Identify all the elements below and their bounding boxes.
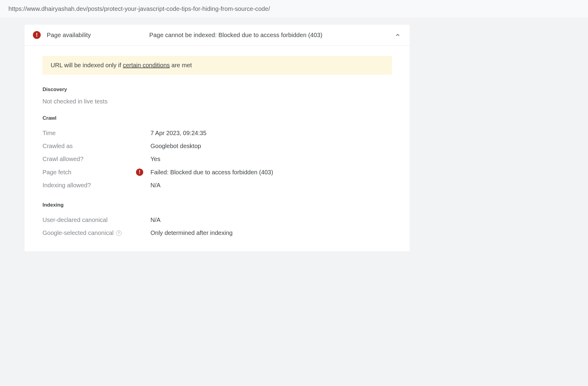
row-label: Page fetch [43,169,136,176]
row-value: Failed: Blocked due to access forbidden … [150,169,392,176]
chevron-up-icon[interactable] [394,31,401,39]
certain-conditions-link[interactable]: certain conditions [123,62,170,68]
page-availability-card: ! Page availability Page cannot be index… [24,24,410,252]
table-row: Google-selected canonical?Only determine… [43,226,392,239]
section-header[interactable]: ! Page availability Page cannot be index… [24,24,410,46]
section-title: Page availability [47,32,149,39]
row-label: Google-selected canonical? [43,229,136,236]
error-icon: ! [33,31,41,39]
notice-suffix: are met [170,62,192,68]
url-bar: https://www.dhairyashah.dev/posts/protec… [0,0,588,18]
page-url: https://www.dhairyashah.dev/posts/protec… [8,5,270,12]
error-icon: ! [136,169,143,176]
row-label: Crawl allowed? [43,156,136,163]
row-value: Yes [150,156,392,163]
crawl-heading: Crawl [43,115,392,121]
section-body: URL will be indexed only if certain cond… [24,46,410,252]
table-row: Crawl allowed?Yes [43,153,392,166]
discovery-status: Not checked in live tests [43,98,392,105]
section-summary: Page cannot be indexed: Blocked due to a… [149,32,394,39]
table-row: Indexing allowed?N/A [43,179,392,192]
row-label: Crawled as [43,143,136,150]
table-row: Page fetch!Failed: Blocked due to access… [43,166,392,179]
discovery-heading: Discovery [43,87,392,93]
indexing-heading: Indexing [43,202,392,208]
notice-prefix: URL will be indexed only if [51,62,123,68]
row-value: N/A [150,217,392,223]
row-value: Googlebot desktop [150,143,392,150]
conditional-indexing-notice: URL will be indexed only if certain cond… [43,56,392,74]
row-status-cell: ! [136,169,150,176]
row-label: Time [43,130,136,137]
row-value: N/A [150,182,392,189]
row-label: User-declared canonical [43,217,136,223]
row-value: 7 Apr 2023, 09:24:35 [150,130,392,137]
row-value: Only determined after indexing [150,229,392,236]
table-row: Crawled asGooglebot desktop [43,140,392,153]
help-icon[interactable]: ? [116,230,122,236]
table-row: Time7 Apr 2023, 09:24:35 [43,127,392,140]
row-label: Indexing allowed? [43,182,136,189]
table-row: User-declared canonicalN/A [43,214,392,226]
